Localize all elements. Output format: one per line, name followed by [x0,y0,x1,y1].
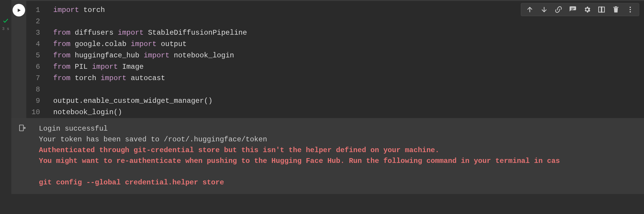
play-icon [16,8,22,13]
code-line: from PIL import Image [53,63,144,71]
code-line: from google.colab import output [53,40,187,48]
link-icon [555,6,562,13]
code-line [53,17,57,25]
trash-icon [612,6,620,13]
output-warning-line: git config --global credential.helper st… [39,178,224,187]
code-line: output.enable_custom_widget_manager() [53,97,213,105]
code-line: from diffusers import StableDiffusionPip… [53,29,247,37]
comment-icon [569,6,577,13]
output-row: Login successful Your token has been sav… [11,118,644,194]
output-indicator-icon[interactable] [19,124,26,188]
mirror-icon [598,6,605,13]
code-line: from torch import autocast [53,74,165,82]
line-number: 6 [26,61,40,73]
svg-marker-0 [18,8,21,12]
line-number: 3 [26,27,40,39]
code-line: notebook_login() [53,108,122,116]
delete-button[interactable] [611,5,620,14]
output-icon-column [15,123,30,188]
notebook-cell: 3 s 1 2 3 4 5 6 7 8 9 10 import torch fr… [0,0,644,214]
output-line: Login successful [39,125,108,133]
run-button-column [11,1,26,118]
exec-time-label: 3 s [2,27,9,31]
success-check-icon [2,17,9,26]
line-number-gutter: 1 2 3 4 5 6 7 8 9 10 [26,1,44,118]
line-number: 9 [26,95,40,107]
link-button[interactable] [554,5,563,14]
line-number: 8 [26,84,40,95]
line-number: 4 [26,39,40,50]
move-up-button[interactable] [525,5,534,14]
svg-point-3 [630,7,631,8]
svg-rect-2 [599,7,601,12]
line-number: 10 [26,107,40,118]
svg-rect-1 [19,125,23,131]
settings-button[interactable] [583,5,592,14]
svg-point-5 [630,11,631,12]
arrow-up-icon [526,6,534,13]
more-button[interactable] [626,5,635,14]
code-row: 1 2 3 4 5 6 7 8 9 10 import torch from d… [11,1,644,118]
mirror-button[interactable] [597,5,606,14]
status-gutter: 3 s [0,0,11,214]
run-button[interactable] [13,4,25,16]
output-line: Your token has been saved to /root/.hugg… [39,135,267,143]
line-number: 2 [26,16,40,27]
output-body: Login successful Your token has been sav… [30,123,644,188]
code-line: from huggingface_hub import notebook_log… [53,51,234,59]
code-editor[interactable]: import torch from diffusers import Stabl… [44,1,644,118]
comment-button[interactable] [568,5,577,14]
output-warning-line: Authenticated through git-credential sto… [39,146,439,154]
line-number: 1 [26,4,40,16]
output-warning-line: You might want to re-authenticate when p… [39,157,560,165]
more-vert-icon [626,6,634,13]
code-line: import torch [53,6,105,14]
arrow-down-icon [540,6,548,13]
move-down-button[interactable] [540,5,549,14]
line-number: 7 [26,73,40,84]
gear-icon [583,6,591,13]
svg-point-4 [630,9,631,10]
cell-area: 1 2 3 4 5 6 7 8 9 10 import torch from d… [11,0,644,214]
line-number: 5 [26,50,40,61]
code-line [53,85,57,94]
cell-toolbar [521,3,639,16]
